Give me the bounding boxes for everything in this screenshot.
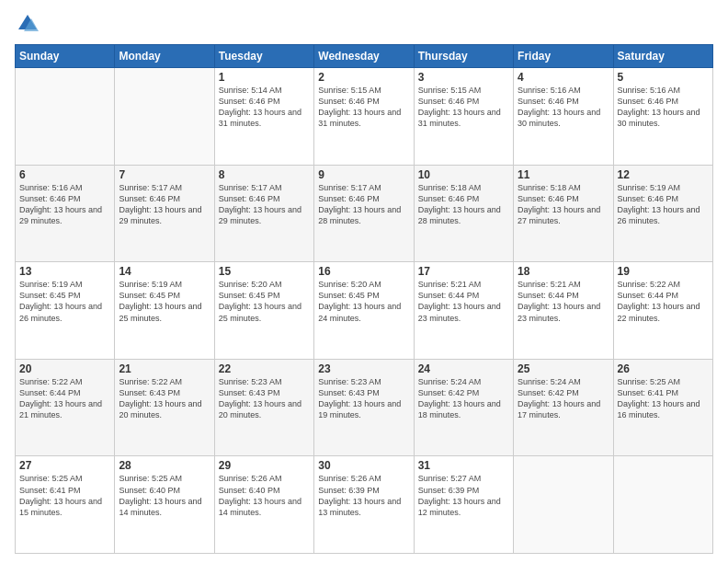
calendar-cell: 2Sunrise: 5:15 AM Sunset: 6:46 PM Daylig… xyxy=(314,68,414,166)
weekday-header-tuesday: Tuesday xyxy=(214,45,313,68)
day-info: Sunrise: 5:17 AM Sunset: 6:46 PM Dayligh… xyxy=(119,182,210,227)
day-number: 23 xyxy=(318,362,409,375)
calendar-cell xyxy=(16,68,115,166)
day-number: 8 xyxy=(219,168,310,181)
day-info: Sunrise: 5:16 AM Sunset: 6:46 PM Dayligh… xyxy=(19,182,110,227)
day-number: 25 xyxy=(518,362,609,375)
day-number: 31 xyxy=(418,459,509,472)
calendar-cell: 6Sunrise: 5:16 AM Sunset: 6:46 PM Daylig… xyxy=(16,165,115,262)
day-number: 3 xyxy=(418,71,509,84)
calendar-cell: 13Sunrise: 5:19 AM Sunset: 6:45 PM Dayli… xyxy=(16,262,115,360)
calendar-cell: 12Sunrise: 5:19 AM Sunset: 6:46 PM Dayli… xyxy=(613,165,712,262)
day-number: 27 xyxy=(19,459,110,472)
day-info: Sunrise: 5:18 AM Sunset: 6:46 PM Dayligh… xyxy=(418,182,509,227)
day-number: 11 xyxy=(518,168,609,181)
weekday-header-thursday: Thursday xyxy=(414,45,513,68)
calendar-table: SundayMondayTuesdayWednesdayThursdayFrid… xyxy=(15,44,713,554)
day-number: 21 xyxy=(119,362,210,375)
calendar-cell: 4Sunrise: 5:16 AM Sunset: 6:46 PM Daylig… xyxy=(514,68,613,166)
calendar-cell: 30Sunrise: 5:26 AM Sunset: 6:39 PM Dayli… xyxy=(314,456,414,554)
calendar-cell: 17Sunrise: 5:21 AM Sunset: 6:44 PM Dayli… xyxy=(414,262,513,360)
day-info: Sunrise: 5:20 AM Sunset: 6:45 PM Dayligh… xyxy=(318,279,409,324)
calendar-cell xyxy=(514,456,613,554)
day-info: Sunrise: 5:14 AM Sunset: 6:46 PM Dayligh… xyxy=(219,85,310,130)
logo xyxy=(15,11,44,37)
day-info: Sunrise: 5:15 AM Sunset: 6:46 PM Dayligh… xyxy=(318,85,409,130)
day-info: Sunrise: 5:19 AM Sunset: 6:45 PM Dayligh… xyxy=(19,279,110,324)
day-number: 30 xyxy=(318,459,409,472)
day-number: 13 xyxy=(19,265,110,278)
calendar-cell xyxy=(613,456,712,554)
day-info: Sunrise: 5:22 AM Sunset: 6:43 PM Dayligh… xyxy=(119,376,210,421)
weekday-header-friday: Friday xyxy=(514,45,613,68)
day-info: Sunrise: 5:20 AM Sunset: 6:45 PM Dayligh… xyxy=(219,279,310,324)
calendar-cell: 8Sunrise: 5:17 AM Sunset: 6:46 PM Daylig… xyxy=(214,165,313,262)
day-number: 15 xyxy=(219,265,310,278)
day-info: Sunrise: 5:25 AM Sunset: 6:41 PM Dayligh… xyxy=(618,376,709,421)
day-number: 6 xyxy=(19,168,110,181)
calendar-cell: 11Sunrise: 5:18 AM Sunset: 6:46 PM Dayli… xyxy=(514,165,613,262)
day-number: 16 xyxy=(318,265,409,278)
header xyxy=(15,11,713,37)
day-number: 10 xyxy=(418,168,509,181)
day-info: Sunrise: 5:16 AM Sunset: 6:46 PM Dayligh… xyxy=(618,85,709,130)
day-info: Sunrise: 5:18 AM Sunset: 6:46 PM Dayligh… xyxy=(518,182,609,227)
day-number: 22 xyxy=(219,362,310,375)
calendar-cell: 9Sunrise: 5:17 AM Sunset: 6:46 PM Daylig… xyxy=(314,165,414,262)
calendar-cell: 10Sunrise: 5:18 AM Sunset: 6:46 PM Dayli… xyxy=(414,165,513,262)
week-row-5: 27Sunrise: 5:25 AM Sunset: 6:41 PM Dayli… xyxy=(16,456,713,554)
weekday-header-row: SundayMondayTuesdayWednesdayThursdayFrid… xyxy=(16,45,713,68)
day-info: Sunrise: 5:23 AM Sunset: 6:43 PM Dayligh… xyxy=(318,376,409,421)
logo-icon xyxy=(15,11,40,37)
weekday-header-monday: Monday xyxy=(115,45,214,68)
day-info: Sunrise: 5:15 AM Sunset: 6:46 PM Dayligh… xyxy=(418,85,509,130)
page: SundayMondayTuesdayWednesdayThursdayFrid… xyxy=(0,0,728,563)
day-info: Sunrise: 5:22 AM Sunset: 6:44 PM Dayligh… xyxy=(19,376,110,421)
calendar-cell: 3Sunrise: 5:15 AM Sunset: 6:46 PM Daylig… xyxy=(414,68,513,166)
calendar-cell: 20Sunrise: 5:22 AM Sunset: 6:44 PM Dayli… xyxy=(16,359,115,456)
week-row-2: 6Sunrise: 5:16 AM Sunset: 6:46 PM Daylig… xyxy=(16,165,713,262)
calendar-cell: 29Sunrise: 5:26 AM Sunset: 6:40 PM Dayli… xyxy=(214,456,313,554)
day-info: Sunrise: 5:17 AM Sunset: 6:46 PM Dayligh… xyxy=(318,182,409,227)
calendar-cell: 31Sunrise: 5:27 AM Sunset: 6:39 PM Dayli… xyxy=(414,456,513,554)
weekday-header-wednesday: Wednesday xyxy=(314,45,414,68)
day-info: Sunrise: 5:26 AM Sunset: 6:39 PM Dayligh… xyxy=(318,473,409,518)
calendar-cell: 5Sunrise: 5:16 AM Sunset: 6:46 PM Daylig… xyxy=(613,68,712,166)
day-number: 19 xyxy=(618,265,709,278)
calendar-cell: 18Sunrise: 5:21 AM Sunset: 6:44 PM Dayli… xyxy=(514,262,613,360)
day-info: Sunrise: 5:22 AM Sunset: 6:44 PM Dayligh… xyxy=(618,279,709,324)
day-number: 2 xyxy=(318,71,409,84)
day-info: Sunrise: 5:23 AM Sunset: 6:43 PM Dayligh… xyxy=(219,376,310,421)
day-info: Sunrise: 5:21 AM Sunset: 6:44 PM Dayligh… xyxy=(418,279,509,324)
day-number: 9 xyxy=(318,168,409,181)
calendar-cell: 25Sunrise: 5:24 AM Sunset: 6:42 PM Dayli… xyxy=(514,359,613,456)
week-row-3: 13Sunrise: 5:19 AM Sunset: 6:45 PM Dayli… xyxy=(16,262,713,360)
day-info: Sunrise: 5:25 AM Sunset: 6:40 PM Dayligh… xyxy=(119,473,210,518)
day-number: 26 xyxy=(618,362,709,375)
day-info: Sunrise: 5:24 AM Sunset: 6:42 PM Dayligh… xyxy=(418,376,509,421)
day-info: Sunrise: 5:25 AM Sunset: 6:41 PM Dayligh… xyxy=(19,473,110,518)
day-number: 1 xyxy=(219,71,310,84)
weekday-header-sunday: Sunday xyxy=(16,45,115,68)
calendar-cell: 15Sunrise: 5:20 AM Sunset: 6:45 PM Dayli… xyxy=(214,262,313,360)
calendar-cell: 28Sunrise: 5:25 AM Sunset: 6:40 PM Dayli… xyxy=(115,456,214,554)
day-number: 7 xyxy=(119,168,210,181)
week-row-4: 20Sunrise: 5:22 AM Sunset: 6:44 PM Dayli… xyxy=(16,359,713,456)
calendar-cell: 1Sunrise: 5:14 AM Sunset: 6:46 PM Daylig… xyxy=(214,68,313,166)
day-number: 14 xyxy=(119,265,210,278)
weekday-header-saturday: Saturday xyxy=(613,45,712,68)
day-info: Sunrise: 5:17 AM Sunset: 6:46 PM Dayligh… xyxy=(219,182,310,227)
day-info: Sunrise: 5:27 AM Sunset: 6:39 PM Dayligh… xyxy=(418,473,509,518)
calendar-cell: 26Sunrise: 5:25 AM Sunset: 6:41 PM Dayli… xyxy=(613,359,712,456)
calendar-cell: 24Sunrise: 5:24 AM Sunset: 6:42 PM Dayli… xyxy=(414,359,513,456)
calendar-cell: 7Sunrise: 5:17 AM Sunset: 6:46 PM Daylig… xyxy=(115,165,214,262)
calendar-cell: 22Sunrise: 5:23 AM Sunset: 6:43 PM Dayli… xyxy=(214,359,313,456)
day-number: 24 xyxy=(418,362,509,375)
calendar-cell: 27Sunrise: 5:25 AM Sunset: 6:41 PM Dayli… xyxy=(16,456,115,554)
day-info: Sunrise: 5:19 AM Sunset: 6:46 PM Dayligh… xyxy=(618,182,709,227)
day-number: 5 xyxy=(618,71,709,84)
day-number: 28 xyxy=(119,459,210,472)
day-number: 20 xyxy=(19,362,110,375)
day-info: Sunrise: 5:19 AM Sunset: 6:45 PM Dayligh… xyxy=(119,279,210,324)
day-number: 29 xyxy=(219,459,310,472)
